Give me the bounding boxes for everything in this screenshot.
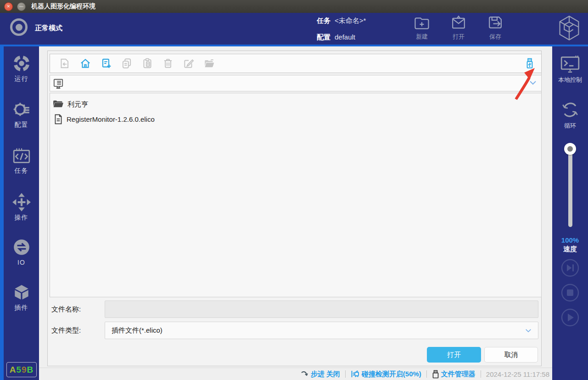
task-label: 任务 [317, 17, 330, 25]
plugin-icon [12, 283, 31, 302]
sidebar-item-local-control[interactable]: 本地控制 [552, 54, 588, 84]
config-value: default [335, 33, 355, 41]
copy-icon[interactable] [121, 57, 133, 69]
collision-icon [351, 370, 360, 378]
status-timestamp: 2024-12-25 11:17:58 [486, 370, 549, 378]
minimize-glyph: — [19, 5, 23, 9]
status-divider [345, 370, 346, 378]
right-sidebar: 本地控制 循环 100% 速度 [552, 46, 588, 380]
file-manager-status[interactable]: 文件管理器 [432, 370, 476, 379]
sidebar-item-label: 运行 [15, 75, 28, 83]
computer-location-icon [52, 78, 64, 90]
speed-slider-handle[interactable] [564, 143, 576, 155]
cancel-button[interactable]: 取消 [484, 347, 538, 363]
sidebar-item-config[interactable]: 配置 [4, 100, 39, 129]
titlebar: ✕ — 机器人图形化编程环境 [0, 0, 588, 13]
jog-icon [12, 193, 31, 212]
save-task-icon [487, 14, 504, 32]
cancel-button-label: 取消 [504, 351, 518, 359]
brand-logo-icon [556, 14, 582, 42]
step-status-text: 步进 关闭 [311, 370, 340, 379]
file-toolbar [50, 54, 542, 73]
mode-indicator-icon[interactable] [10, 18, 28, 36]
usb-small-icon [432, 370, 439, 379]
badge-char: 9 [22, 365, 27, 375]
left-sidebar: 运行 配置 [4, 46, 39, 380]
list-item-folder[interactable]: 利元亨 [50, 97, 541, 112]
step-next-button[interactable] [561, 259, 579, 277]
close-glyph: ✕ [7, 5, 11, 9]
speed-slider-track[interactable] [568, 146, 572, 227]
paste-icon[interactable] [141, 57, 153, 69]
sidebar-item-label: 操作 [15, 214, 28, 222]
task-icon [12, 147, 31, 165]
sidebar-item-label: 插件 [15, 304, 28, 312]
sidebar-item-run[interactable]: 运行 [4, 54, 39, 83]
collision-status-text: 碰撞检测开启(50%) [362, 370, 421, 379]
frame-left-strip [0, 46, 4, 380]
badge-char: B [27, 365, 34, 375]
loop-icon [560, 100, 580, 120]
chevron-down-icon [525, 329, 532, 333]
sidebar-item-loop[interactable]: 循环 [552, 100, 588, 130]
file-name-input[interactable] [105, 301, 538, 318]
new-task-label: 新建 [416, 33, 428, 41]
new-file-icon[interactable] [100, 57, 112, 69]
sidebar-item-label: 任务 [15, 167, 28, 175]
status-divider [426, 370, 427, 378]
file-type-select[interactable]: 插件文件(*.elico) [105, 322, 538, 339]
run-icon [12, 54, 31, 73]
open-task-label: 打开 [453, 33, 465, 41]
app-window: ✕ — 机器人图形化编程环境 正常模式 任务 <未命名>* 配置 default… [0, 0, 588, 380]
sidebar-item-task[interactable]: 任务 [4, 147, 39, 175]
delete-icon[interactable] [162, 57, 174, 69]
save-task-label: 保存 [489, 33, 501, 41]
open-button[interactable]: 打开 [427, 347, 481, 363]
sidebar-item-plugin[interactable]: 插件 [4, 283, 39, 312]
list-item-file[interactable]: RegisterMonitor-1.2.6.0.elico [50, 112, 541, 126]
task-value: <未命名>* [335, 17, 366, 25]
open-folder-icon[interactable] [203, 57, 215, 69]
chevron-down-icon[interactable] [529, 80, 537, 85]
sidebar-item-label: IO [17, 259, 25, 266]
header-divider [0, 45, 588, 46]
file-type-label: 文件类型: [51, 326, 81, 335]
sidebar-item-jog[interactable]: 操作 [4, 193, 39, 222]
close-icon[interactable]: ✕ [4, 2, 13, 11]
collision-status[interactable]: 碰撞检测开启(50%) [351, 370, 421, 379]
file-name-field [105, 301, 538, 318]
settings-icon [12, 100, 31, 119]
mode-label: 正常模式 [35, 24, 62, 33]
open-task-button[interactable]: 打开 [444, 14, 473, 42]
file-name-label: 文件名称: [51, 305, 81, 314]
window-title: 机器人图形化编程环境 [31, 2, 95, 11]
step-icon [301, 370, 309, 378]
home-icon[interactable] [79, 57, 91, 69]
sidebar-item-io[interactable]: IO [4, 238, 39, 266]
document-icon [54, 114, 63, 125]
play-button[interactable] [561, 308, 579, 327]
stop-button[interactable] [561, 284, 579, 302]
file-type-value: 插件文件(*.elico) [112, 326, 162, 335]
local-control-icon [560, 54, 581, 74]
status-divider [481, 370, 481, 378]
badge-char: 5 [16, 365, 22, 375]
save-task-button[interactable]: 保存 [481, 14, 510, 42]
file-list: 利元亨 RegisterMonitor-1.2.6.0.elico [50, 93, 542, 297]
new-task-icon [413, 14, 431, 32]
back-icon[interactable] [59, 57, 71, 69]
folder-icon [53, 100, 64, 109]
minimize-icon[interactable]: — [17, 2, 26, 11]
file-name: RegisterMonitor-1.2.6.0.elico [67, 115, 155, 123]
file-manager-text: 文件管理器 [441, 370, 476, 379]
status-badge: A59B [6, 362, 37, 377]
usb-drive-icon[interactable] [524, 57, 536, 69]
new-task-button[interactable]: 新建 [408, 14, 436, 42]
speed-value: 100% [552, 236, 588, 244]
badge-char: A [10, 365, 17, 375]
io-icon [12, 238, 31, 257]
step-mode-status[interactable]: 步进 关闭 [301, 370, 340, 379]
sidebar-item-label: 本地控制 [558, 76, 582, 84]
rename-icon[interactable] [183, 57, 195, 69]
location-dropdown[interactable] [50, 75, 542, 91]
